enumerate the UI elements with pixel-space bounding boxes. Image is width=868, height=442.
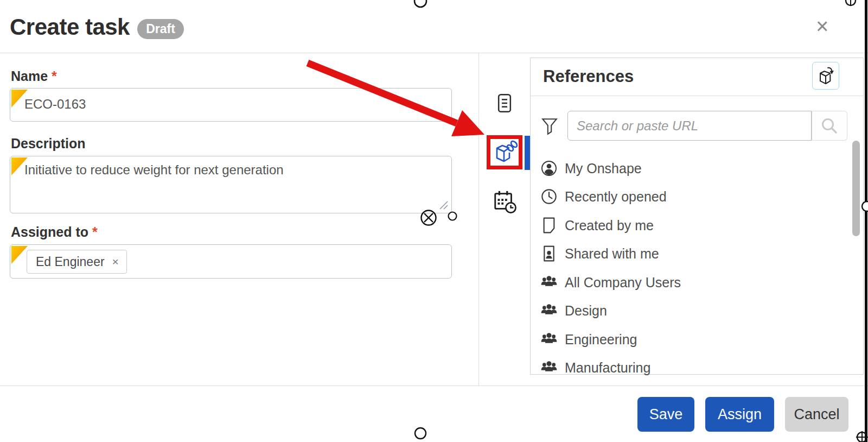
clock-icon	[540, 188, 558, 205]
chip-remove-icon[interactable]: ×	[112, 255, 119, 268]
form-panel-divider	[478, 53, 479, 386]
assigned-to-field[interactable]: Ed Engineer ×	[10, 244, 452, 279]
status-badge: Draft	[137, 19, 184, 39]
group-icon	[540, 274, 558, 291]
list-item-manufacturing[interactable]: Manufacturing	[540, 353, 833, 382]
description-label: Description	[11, 136, 86, 151]
search-button[interactable]	[812, 111, 847, 141]
references-icon	[492, 140, 518, 166]
header-divider	[0, 53, 868, 53]
list-item-design[interactable]: Design	[540, 296, 833, 325]
required-marker: *	[52, 68, 57, 84]
list-item-all-company-users[interactable]: All Company Users	[540, 268, 833, 296]
description-input[interactable]: Initiative to reduce weight for next gen…	[24, 162, 442, 209]
filter-icon[interactable]	[540, 116, 559, 137]
search-input[interactable]	[567, 111, 812, 141]
name-input[interactable]	[24, 89, 442, 120]
list-item-my-onshape[interactable]: My Onshape	[540, 154, 833, 182]
task-details-icon	[494, 91, 515, 115]
dialog-title: Create task	[10, 14, 130, 40]
annotation-handle-bottom	[412, 427, 429, 442]
group-icon	[540, 331, 558, 348]
list-item-created-by-me[interactable]: Created by me	[540, 211, 833, 239]
document-person-icon	[540, 245, 558, 262]
tab-schedule[interactable]	[492, 189, 517, 214]
footer-divider	[0, 386, 868, 386]
group-icon	[540, 302, 558, 319]
description-field[interactable]: Initiative to reduce weight for next gen…	[10, 156, 452, 213]
resize-handle-icon[interactable]	[437, 199, 449, 211]
list-item-recently-opened[interactable]: Recently opened	[540, 182, 833, 211]
save-button[interactable]: Save	[637, 397, 694, 432]
annotation-handle-top-right	[843, 0, 859, 8]
tab-task-details[interactable]	[494, 91, 515, 115]
assignee-chip[interactable]: Ed Engineer ×	[27, 250, 127, 274]
group-icon	[540, 359, 558, 376]
screenshot-edge-line	[865, 0, 867, 442]
tab-references[interactable]	[492, 139, 519, 166]
person-circle-icon	[540, 160, 558, 177]
document-icon	[540, 217, 558, 234]
create-task-dialog: Create task Draft × Name * Description I…	[0, 0, 868, 442]
required-marker: *	[92, 224, 98, 239]
search-icon	[820, 117, 839, 135]
list-item-engineering[interactable]: Engineering	[540, 325, 833, 353]
paste-reference-button[interactable]	[812, 62, 839, 90]
close-icon[interactable]: ×	[816, 14, 828, 38]
assigned-to-label: Assigned to *	[11, 224, 98, 240]
cancel-button[interactable]: Cancel	[785, 397, 848, 432]
name-label: Name *	[11, 68, 57, 84]
modified-flag-icon	[11, 246, 28, 264]
assign-button[interactable]: Assign	[705, 397, 774, 432]
paste-reference-icon	[815, 65, 837, 87]
references-panel: References	[530, 58, 864, 375]
active-tab-indicator	[525, 136, 530, 170]
references-header-divider	[531, 96, 863, 96]
references-title: References	[543, 67, 634, 86]
calendar-clock-icon	[492, 189, 517, 214]
scrollbar-thumb[interactable]	[852, 141, 860, 236]
list-item-shared-with-me[interactable]: Shared with me	[540, 239, 833, 268]
assignee-chip-label: Ed Engineer	[36, 255, 105, 269]
name-field[interactable]	[10, 88, 452, 122]
annotation-handle-top	[412, 0, 429, 9]
